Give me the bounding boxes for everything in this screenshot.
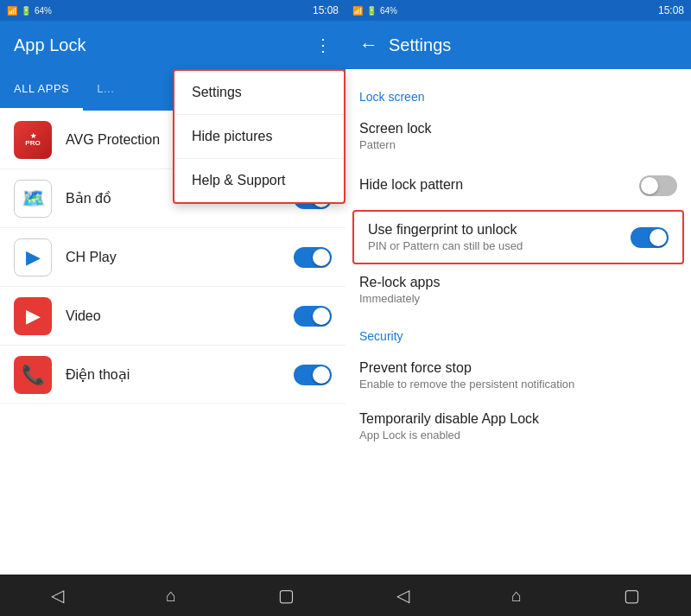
left-nav: ◁ ⌂ ▢ — [0, 585, 346, 606]
screen-lock-subtitle: Pattern — [359, 138, 677, 151]
disable-app-lock-subtitle: App Lock is enabled — [359, 429, 677, 441]
avg-icon: ★ PRO — [14, 121, 52, 159]
app-name-video: Video — [66, 308, 294, 324]
app-name-phone: Điện thoại — [66, 366, 294, 383]
settings-item-relock[interactable]: Re-lock apps Immediately — [346, 264, 691, 315]
list-item: 📞 Điện thoại — [0, 346, 346, 404]
nav-back-left[interactable]: ◁ — [51, 585, 64, 606]
phone-icon: 📞 — [14, 356, 52, 394]
list-item: ▶ Video — [0, 287, 346, 346]
screen-lock-title: Screen lock — [359, 121, 677, 137]
maps-icon: 🗺️ — [14, 180, 52, 218]
tab-locked[interactable]: L... — [83, 69, 128, 111]
right-nav: ◁ ⌂ ▢ — [346, 585, 691, 606]
time-left: 15:08 — [313, 4, 339, 16]
left-panel: App Lock ⋮ ALL APPS L... ★ PRO AVG Prote… — [0, 21, 346, 575]
dropdown-item-help[interactable]: Help & Support — [174, 159, 344, 202]
nav-recents-left[interactable]: ▢ — [278, 585, 295, 606]
wifi-icon-left: 📶 — [7, 6, 17, 16]
toggle-chplay[interactable] — [294, 247, 332, 268]
settings-item-fingerprint[interactable]: Use fingerprint to unlock PIN or Pattern… — [354, 212, 682, 263]
toggle-video[interactable] — [294, 306, 332, 327]
fingerprint-unlock-box: Use fingerprint to unlock PIN or Pattern… — [352, 210, 684, 264]
settings-item-screen-lock[interactable]: Screen lock Pattern — [346, 111, 691, 162]
settings-item-hide-lock-pattern[interactable]: Hide lock pattern — [346, 162, 691, 210]
dropdown-menu: Settings Hide pictures Help & Support — [173, 69, 346, 204]
battery-pct-right: 64% — [380, 6, 397, 16]
right-panel: ← Settings Lock screen Screen lock Patte… — [346, 21, 691, 575]
app-name-chplay: CH Play — [66, 250, 294, 265]
toggle-phone[interactable] — [294, 365, 332, 385]
section-security: Security — [346, 315, 691, 350]
fingerprint-title: Use fingerprint to unlock — [368, 222, 631, 238]
battery-icon-right: 🔋 — [366, 6, 377, 16]
video-icon: ▶ — [14, 297, 52, 335]
section-lock-screen: Lock screen — [346, 76, 691, 111]
tab-all-apps[interactable]: ALL APPS — [0, 69, 83, 111]
battery-icon-left: 🔋 — [21, 6, 31, 16]
back-button[interactable]: ← — [359, 34, 378, 56]
nav-bar: ◁ ⌂ ▢ ◁ ⌂ ▢ — [0, 575, 691, 616]
disable-app-lock-title: Temporarily disable App Lock — [359, 411, 677, 427]
hide-lock-pattern-title: Hide lock pattern — [359, 177, 639, 193]
left-header: App Lock ⋮ — [0, 21, 346, 69]
right-header: ← Settings — [346, 21, 691, 69]
prevent-force-stop-title: Prevent force stop — [359, 360, 677, 376]
time-right: 15:08 — [658, 4, 684, 16]
dropdown-item-hide-pictures[interactable]: Hide pictures — [174, 115, 344, 159]
nav-back-right[interactable]: ◁ — [396, 585, 409, 606]
relock-title: Re-lock apps — [359, 275, 677, 290]
toggle-hide-lock-pattern[interactable] — [639, 175, 677, 196]
battery-pct-left: 64% — [35, 6, 52, 16]
prevent-force-stop-subtitle: Enable to remove the persistent notifica… — [359, 378, 677, 391]
list-item: ▶ CH Play — [0, 228, 346, 287]
app-title: App Lock — [14, 35, 314, 55]
play-icon: ▶ — [14, 238, 52, 276]
settings-item-prevent-force-stop[interactable]: Prevent force stop Enable to remove the … — [346, 350, 691, 401]
nav-recents-right[interactable]: ▢ — [624, 585, 640, 606]
wifi-icon-right: 📶 — [352, 6, 363, 16]
settings-title: Settings — [389, 35, 451, 55]
settings-content: Lock screen Screen lock Pattern Hide loc… — [346, 69, 691, 575]
nav-home-right[interactable]: ⌂ — [511, 586, 522, 606]
nav-home-left[interactable]: ⌂ — [166, 586, 176, 606]
relock-subtitle: Immediately — [359, 292, 677, 305]
fingerprint-subtitle: PIN or Pattern can still be used — [368, 239, 631, 252]
menu-icon[interactable]: ⋮ — [314, 35, 332, 55]
toggle-fingerprint[interactable] — [631, 227, 669, 248]
dropdown-item-settings[interactable]: Settings — [174, 71, 344, 115]
settings-item-disable-app-lock[interactable]: Temporarily disable App Lock App Lock is… — [346, 401, 691, 452]
